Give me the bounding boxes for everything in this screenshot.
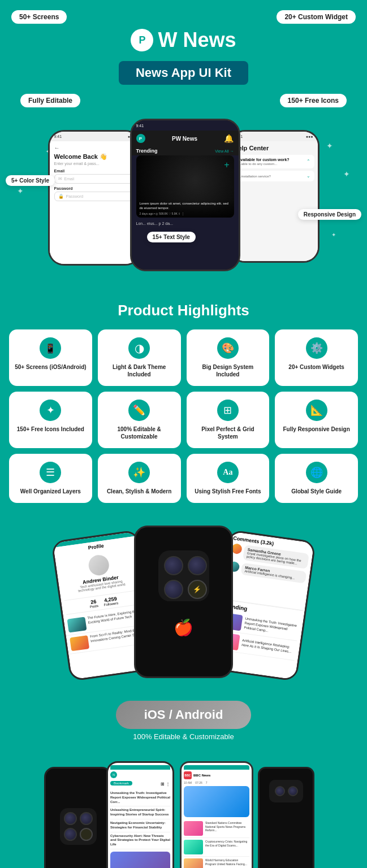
highlight-card-stylish: ✨ Clean, Stylish & Modern	[98, 454, 181, 503]
trending-label: Trending	[136, 148, 158, 154]
camera-lens-1	[164, 556, 183, 575]
design-icon: 🎨	[217, 337, 239, 359]
highlight-card-layers: ☰ Well Organized Layers	[9, 454, 92, 503]
pixel-label: Pixel Perfect & Grid System	[191, 426, 265, 440]
news-app-title: PW News	[172, 136, 197, 142]
color-style-label: 5+ Color Style	[6, 175, 55, 186]
bookmark-item-2[interactable]: Unleashing Entrepreneurial Spirit: Inspi…	[110, 806, 170, 819]
login-screen: 9:41●●● ← Welcome Back 👋 Enter your emai…	[50, 132, 140, 264]
widgets-icon: ⚙️	[306, 337, 327, 359]
platform-section: iOS / Android 100% Editable & Customizab…	[0, 689, 367, 756]
nf-thumb-2	[184, 840, 203, 854]
phones-hero-section: 5+ Color Style 15+ Text Style Responsive…	[0, 119, 367, 288]
statusbar-left: 9:41●●●	[50, 132, 140, 141]
lens-tl	[64, 812, 77, 825]
bottom-right-group: BBC BBC News 10 AM 07:26 7 Standard Nati…	[180, 761, 314, 868]
responsive-icon: 📐	[306, 400, 327, 421]
bookmark-nav-icon: N	[110, 771, 117, 778]
news-featured-card[interactable]: + Lorem ipsum dolor sit amet, consectetu…	[136, 155, 234, 218]
editable-icon: ✏️	[128, 400, 150, 421]
news-thumb-2	[70, 635, 89, 651]
page-title: News App UI Kit	[119, 61, 248, 85]
news-header: P PW News 🔔	[132, 131, 239, 146]
email-input[interactable]: ✉ Email	[54, 174, 135, 184]
trending-bar: Trending View All →	[132, 146, 239, 155]
nf-thumb-3	[184, 858, 203, 868]
login-subtitle: Enter your email & pass...	[54, 162, 135, 166]
newsfeed-phone: BBC BBC News 10 AM 07:26 7 Standard Nati…	[180, 761, 253, 868]
highlight-card-editable: ✏️ 100% Editable & Customizable	[98, 392, 181, 448]
top-badges: 50+ Screens 20+ Custom Widget	[0, 10, 367, 24]
news-screen: 9:41 P PW News 🔔 Trending View All → +	[132, 120, 239, 270]
nf-item-1[interactable]: Standard Nations Committee National Spor…	[184, 819, 249, 838]
fold-lens-2	[288, 786, 298, 796]
pixel-icon: ⊞	[217, 400, 239, 421]
news-secondary-text: Lon... eius... p 2 da...	[132, 219, 239, 228]
app-logo: P W News	[11, 28, 356, 52]
lock-icon: 🔒	[58, 194, 64, 199]
help-screen: 9:41●●● Help Center Available for custom…	[231, 132, 318, 261]
help-q2-sub: …installation service?	[238, 175, 271, 178]
stylish-label: Clean, Stylish & Modern	[107, 488, 171, 495]
nf-thumb-1	[184, 821, 203, 836]
phone-news: 9:41 P PW News 🔔 Trending View All → +	[130, 119, 240, 271]
camera-module: ⚡	[158, 550, 209, 601]
news-logo-small: P	[136, 134, 145, 143]
news-card-overlay: Lorem ipsum dolor sit amet, consectetur …	[136, 199, 234, 218]
icons-label: 150+ Free Icons Included	[17, 426, 84, 433]
comments-screen: Comments (3.2k) Samantha Greene Great in…	[221, 531, 314, 611]
design-label: Big Design System Included	[191, 363, 265, 378]
help-card-1[interactable]: Available for custom work? …able to do a…	[234, 155, 314, 168]
news-source-name: BBC News	[193, 774, 210, 777]
help-title: Help Center	[234, 145, 314, 151]
editable-label: 100% Editable & Customizable	[102, 426, 176, 440]
password-input[interactable]: 🔒 Password	[54, 192, 135, 201]
notification-icon[interactable]: 🔔	[224, 134, 234, 143]
guide-icon: 🌐	[306, 462, 327, 483]
bookmark-item-3[interactable]: Navigating Economic Uncertainty: Strateg…	[110, 819, 170, 832]
bottom-phones-section: N Bookmark ⊞ ⋮ Unmasking the Truth: Inve…	[0, 756, 367, 868]
camera-lens-2	[188, 556, 207, 575]
lightdark-label: Light & Dark Theme Included	[102, 363, 176, 378]
screens-label: 50+ Screens (iOS/Android)	[15, 363, 86, 371]
nf-text-1: Standard Nations Committee National Spor…	[205, 821, 249, 836]
email-icon: ✉	[58, 176, 62, 181]
help-q1-sub: …able to do any custom...	[238, 162, 290, 166]
platform-subtitle: 100% Editable & Customizable	[9, 732, 358, 741]
help-card-2[interactable]: …installation service? ⌄	[234, 171, 314, 181]
view-all-link[interactable]: View All →	[215, 149, 234, 153]
app-name: W News	[158, 28, 236, 52]
chevron-down-icon: ⌄	[306, 173, 310, 179]
help-q1-title: Available for custom work?	[238, 158, 290, 162]
welcome-title: Welcome Back 👋	[54, 153, 135, 160]
newsfeed-screen: BBC BBC News 10 AM 07:26 7 Standard Nati…	[182, 763, 252, 868]
news-thumb-1	[67, 617, 87, 632]
lightdark-icon: ◑	[128, 337, 150, 359]
bookmark-tag: Bookmark	[110, 781, 132, 785]
logo-icon: P	[131, 29, 153, 51]
highlight-card-screens: 📱 50+ Screens (iOS/Android)	[9, 329, 92, 386]
highlights-title: Product Highlights	[9, 302, 358, 319]
editable-badge: Fully Editable	[20, 94, 80, 107]
responsive-label: Responsive Design	[298, 209, 361, 220]
platform-badge: iOS / Android	[116, 701, 252, 729]
bookmark-controls[interactable]: ⊞ ⋮	[161, 782, 170, 787]
lens-br	[80, 828, 93, 841]
lens-bl	[64, 828, 77, 841]
help-content: Help Center Available for custom work? ……	[231, 141, 318, 261]
stylish-icon: ✨	[128, 462, 150, 483]
apple-logo-icon: 🍎	[174, 618, 193, 637]
header-section: 50+ Screens 20+ Custom Widget P W News N…	[0, 0, 367, 119]
bookmark-item-4[interactable]: Cybersecurity Alert: New Threats and Str…	[110, 832, 170, 849]
widget-badge: 20+ Custom Widget	[277, 10, 356, 24]
layers-icon: ☰	[40, 462, 61, 483]
phone-help: 9:41●●● Help Center Available for custom…	[229, 130, 319, 263]
camera-lens-3	[164, 580, 183, 599]
nf-text-2: Cryptocurrency Crisis: Navigating the Er…	[205, 840, 249, 854]
nf-text-3: World Harmony Education Program United N…	[205, 858, 249, 868]
chevron-up-icon: ⌃	[306, 159, 310, 164]
bookmark-item-1[interactable]: Unmasking the Truth: Investigative Repor…	[110, 789, 170, 806]
highlight-card-pixel: ⊞ Pixel Perfect & Grid System	[187, 392, 270, 448]
nf-item-2[interactable]: Cryptocurrency Crisis: Navigating the Er…	[184, 838, 249, 857]
nf-item-3[interactable]: World Harmony Education Program United N…	[184, 857, 249, 868]
